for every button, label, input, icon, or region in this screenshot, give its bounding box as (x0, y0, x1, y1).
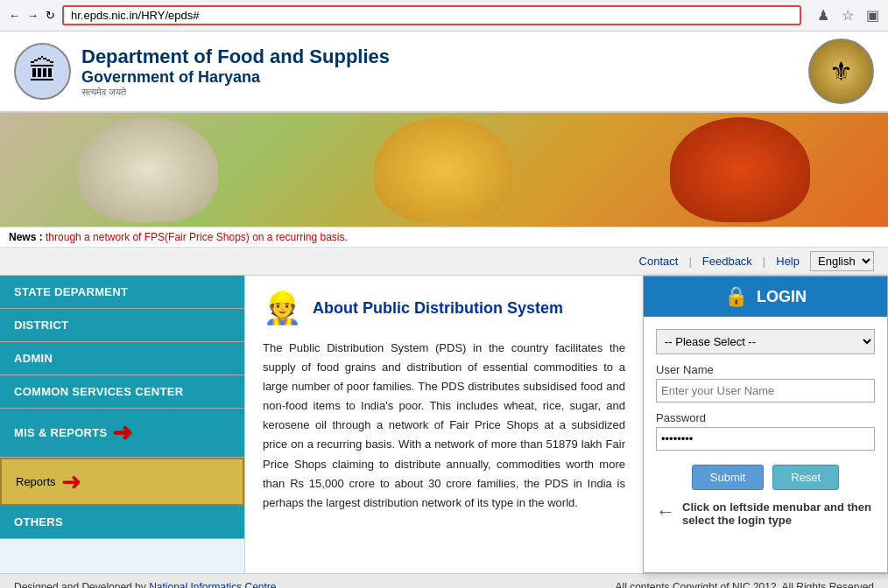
footer-right: All contents Copyright of NIC 2012. All … (616, 581, 874, 588)
browser-nav-icons: ← → ↻ (9, 9, 55, 22)
banner-overlay (0, 113, 888, 227)
about-text: The Public Distribution System (PDS) in … (263, 339, 625, 513)
login-title: LOGIN (757, 288, 807, 306)
left-arrow-icon: ← (656, 500, 675, 523)
separator-2: | (763, 255, 765, 268)
login-header: 🔒 LOGIN (644, 276, 887, 317)
mis-arrow-icon: ➜ (112, 418, 132, 447)
news-bar: News : through a network of FPS(Fair Pri… (0, 227, 888, 248)
password-label: Password (656, 411, 875, 424)
news-text: through a network of FPS(Fair Price Shop… (46, 231, 348, 243)
reports-label: Reports (16, 475, 56, 488)
person-icon: 👷 (263, 290, 302, 326)
haryana-emblem-container: ⚜ (808, 38, 874, 104)
sidebar-item-district[interactable]: DISTRICT (0, 309, 244, 342)
translate-icon[interactable]: ♟ (817, 7, 829, 24)
about-title-container: 👷 About Public Distribution System (263, 290, 625, 326)
bookmark-icon[interactable]: ☆ (842, 7, 854, 24)
haryana-emblem: ⚜ (808, 38, 874, 104)
sidebar-item-others[interactable]: OTHERS (0, 506, 244, 539)
content-area: 👷 About Public Distribution System The P… (245, 276, 643, 573)
lock-icon: 🔒 (724, 285, 748, 308)
password-input[interactable] (656, 427, 875, 451)
refresh-icon[interactable]: ↻ (46, 9, 55, 22)
main-layout: STATE DEPARMENT DISTRICT ADMIN COMMON SE… (0, 276, 888, 573)
page-footer: Designed and Developed by National Infor… (0, 573, 888, 588)
login-type-select[interactable]: -- Please Select -- State District Admin… (656, 329, 875, 354)
sidebar-item-reports[interactable]: Reports ➜ (0, 458, 244, 506)
submit-button[interactable]: Submit (692, 465, 764, 490)
address-bar[interactable] (62, 5, 801, 25)
contact-link[interactable]: Contact (639, 255, 679, 268)
login-panel: 🔒 LOGIN -- Please Select -- State Distri… (643, 276, 888, 573)
govt-subtitle: Government of Haryana (81, 68, 390, 87)
footer-left: Designed and Developed by National Infor… (14, 581, 279, 588)
login-buttons: Submit Reset (656, 465, 875, 490)
motto: सत्यमेव जयते (81, 87, 390, 98)
news-label: News : (9, 231, 43, 243)
sidebar: STATE DEPARMENT DISTRICT ADMIN COMMON SE… (0, 276, 245, 573)
browser-bar: ← → ↻ ♟ ☆ ▣ (0, 0, 888, 32)
tabs-icon[interactable]: ▣ (866, 7, 879, 24)
reset-button[interactable]: Reset (772, 465, 839, 490)
login-hint: ← Click on leftside menubar and then sel… (656, 500, 875, 527)
login-hint-text: Click on leftside menubar and then selec… (682, 500, 875, 527)
footer-left-text: Designed and Developed by (14, 581, 146, 588)
ashoka-emblem: 🏛 (14, 43, 71, 100)
login-body: -- Please Select -- State District Admin… (644, 317, 887, 539)
browser-action-icons: ♟ ☆ ▣ (817, 7, 879, 24)
grain-sack-3 (670, 117, 810, 222)
feedback-link[interactable]: Feedback (702, 255, 752, 268)
reports-arrow-icon: ➜ (61, 467, 81, 496)
sidebar-item-state-dept[interactable]: STATE DEPARMENT (0, 276, 244, 309)
sidebar-item-csc[interactable]: COMMON SERVICES CENTER (0, 375, 244, 409)
sidebar-item-mis-reports[interactable]: MIS & REPORTS ➜ (0, 409, 244, 458)
separator-1: | (688, 255, 691, 268)
back-icon[interactable]: ← (9, 9, 20, 22)
help-link[interactable]: Help (776, 255, 800, 268)
language-select[interactable]: English हिंदी (810, 251, 874, 271)
about-title-text: About Public Distribution System (313, 299, 563, 318)
sidebar-item-admin[interactable]: ADMIN (0, 342, 244, 375)
grain-sack-2 (374, 117, 514, 222)
banner-image (0, 113, 888, 227)
username-label: User Name (656, 363, 875, 376)
forward-icon[interactable]: → (27, 9, 39, 22)
username-input[interactable] (656, 379, 875, 402)
nav-bar: Contact | Feedback | Help English हिंदी (0, 248, 888, 276)
page-header: 🏛 Department of Food and Supplies Govern… (0, 32, 888, 113)
nic-link[interactable]: National Informatics Centre. (149, 581, 279, 588)
header-text: Department of Food and Supplies Governme… (81, 46, 390, 98)
dept-title: Department of Food and Supplies (81, 46, 390, 68)
grain-sack-1 (78, 117, 218, 222)
mis-label: MIS & REPORTS (14, 426, 107, 439)
